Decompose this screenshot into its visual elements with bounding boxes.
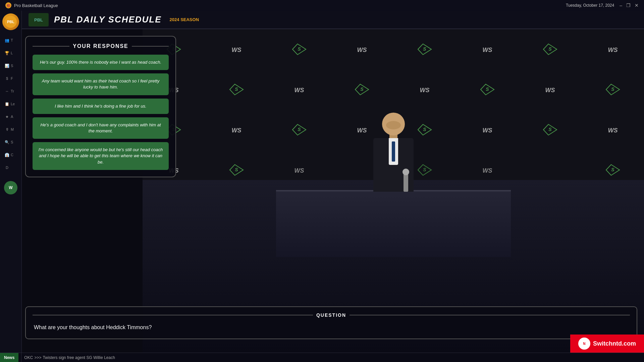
sidebar-label-trade: Tr — [11, 89, 14, 93]
backdrop-logo-8: WS — [581, 29, 644, 69]
backdrop-logo-5: S — [393, 29, 456, 69]
question-text: What are your thoughts about Heddick Tim… — [33, 322, 630, 333]
status-bar: News OKC >>> Twisters sign free agent SG… — [0, 353, 644, 362]
svg-text:WS: WS — [420, 87, 429, 94]
backdrop-logo-13: WS — [393, 69, 456, 110]
svg-text:S: S — [486, 86, 489, 92]
question-panel: QUESTION What are your thoughts about He… — [25, 306, 637, 339]
nintendo-badge: N Switchntd.com — [570, 335, 644, 353]
sidebar-label-league: L — [11, 51, 13, 55]
team-code: OKC — [24, 355, 33, 360]
restore-icon[interactable]: ❐ — [626, 3, 631, 8]
sidebar-label-media: M — [11, 127, 14, 131]
nintendo-n: N — [583, 342, 585, 346]
nintendo-brand: Switchntd.com — [593, 340, 636, 347]
svg-text:WS: WS — [294, 87, 304, 94]
title-bar-right: Tuesday, October 17, 2024 – ❐ ✕ — [566, 3, 639, 8]
backdrop-logo-14: S — [456, 69, 519, 110]
status-divider — [21, 353, 21, 362]
minimize-icon[interactable]: – — [620, 3, 622, 8]
news-label: News — [0, 353, 18, 362]
backdrop-logo-4: WS — [331, 29, 393, 69]
sidebar-item-search[interactable]: 🔍 S — [2, 136, 19, 148]
person-head — [382, 113, 405, 135]
microphone-head — [402, 169, 409, 175]
team-icon: 👥 — [5, 38, 9, 43]
response-option-5[interactable]: I'm concerned like anyone would be but h… — [33, 142, 169, 170]
sidebar-item-finance[interactable]: $ F — [2, 72, 19, 84]
backdrop-logo-15: WS — [519, 69, 581, 110]
media-icon: 🎙 — [5, 127, 9, 132]
tie — [392, 141, 395, 162]
sidebar-item-stats[interactable]: 📊 S — [2, 60, 19, 72]
title-bar: 🏀 Pro Basketball League Tuesday, October… — [0, 0, 644, 11]
sidebar-item-league2[interactable]: 📋 Le — [2, 98, 19, 110]
svg-text:WS: WS — [232, 47, 241, 53]
search-icon: 🔍 — [5, 140, 9, 144]
backdrop-logo-7: S — [519, 29, 581, 69]
svg-text:S: S — [548, 46, 552, 52]
close-icon[interactable]: ✕ — [635, 3, 639, 8]
sidebar-label-team: T — [11, 38, 13, 42]
league2-icon: 📋 — [5, 102, 9, 106]
league-icon: 🏆 — [5, 51, 9, 55]
response-option-4[interactable]: He's a good coach and I don't have any c… — [33, 117, 169, 139]
awards-icon: ★ — [5, 114, 9, 119]
conference-table — [276, 190, 511, 257]
svg-text:S: S — [423, 46, 426, 52]
sidebar-label-league2: Le — [11, 102, 15, 106]
sidebar-label-search: S — [11, 140, 13, 144]
news-ticker: Twisters sign free agent SG Willie Leach — [43, 355, 115, 360]
title-bar-left: 🏀 Pro Basketball League — [5, 2, 58, 8]
season-label: 2024 SEASON — [170, 17, 199, 22]
svg-text:S: S — [611, 86, 614, 92]
page-title: PBL DAILY SCHEDULE — [54, 14, 162, 25]
backdrop-logo-2: WS — [205, 29, 268, 69]
svg-text:WS: WS — [482, 47, 492, 53]
sidebar-item-media[interactable]: 🎙 M — [2, 123, 19, 135]
svg-text:PBL: PBL — [34, 17, 43, 22]
svg-text:WS: WS — [545, 87, 555, 94]
team-avatar[interactable]: W — [4, 181, 17, 194]
response-option-3[interactable]: I like him and I think he's doing a fine… — [33, 99, 169, 114]
separator: >>> — [34, 355, 41, 360]
response-option-1[interactable]: He's our guy. 100% there is nobody else … — [33, 55, 169, 70]
backdrop-logo-10: S — [205, 69, 268, 110]
finance-icon: $ — [5, 76, 9, 81]
response-panel-title: YOUR RESPONSE — [33, 43, 169, 49]
svg-text:S: S — [298, 46, 301, 52]
draft-icon: D — [5, 165, 9, 170]
app-title: Pro Basketball League — [14, 3, 58, 8]
face-detail — [386, 121, 401, 129]
sidebar: PBL 👥 T 🏆 L 📊 S $ F ↔ Tr 📋 Le ★ A 🎙 M 🔍 … — [0, 11, 22, 353]
sidebar-item-coaches[interactable]: 👔 C — [2, 149, 19, 161]
window-controls[interactable]: – ❐ ✕ — [620, 3, 639, 8]
nintendo-logo: N — [578, 338, 590, 350]
svg-text:S: S — [360, 86, 364, 92]
title-date: Tuesday, October 17, 2024 — [566, 3, 614, 8]
backdrop-logo-3: S — [268, 29, 331, 69]
response-option-2[interactable]: Any team would want him as their head co… — [33, 73, 169, 95]
sidebar-label-finance: F — [11, 76, 13, 80]
sidebar-label-stats: S — [11, 64, 13, 68]
coaches-icon: 👔 — [5, 153, 9, 157]
sidebar-item-league[interactable]: 🏆 L — [2, 47, 19, 59]
svg-text:WS: WS — [357, 47, 367, 53]
sidebar-item-draft[interactable]: D — [2, 162, 19, 174]
backdrop-logo-11: WS — [268, 69, 331, 110]
question-panel-title: QUESTION — [33, 312, 630, 318]
sidebar-logo: PBL — [2, 13, 19, 30]
sidebar-label-awards: A — [11, 115, 13, 119]
svg-text:S: S — [235, 86, 238, 92]
sidebar-label-coaches: C — [11, 153, 13, 157]
svg-text:WS: WS — [608, 47, 618, 53]
sidebar-item-awards[interactable]: ★ A — [2, 111, 19, 123]
trade-icon: ↔ — [5, 89, 9, 94]
backdrop-logo-16: S — [581, 69, 644, 110]
app-icon: 🏀 — [5, 2, 11, 8]
press-scene: S WS S WS S WS — [22, 29, 644, 353]
sidebar-item-team[interactable]: 👥 T — [2, 34, 19, 46]
sidebar-item-trade[interactable]: ↔ Tr — [2, 85, 19, 97]
response-panel: YOUR RESPONSE He's our guy. 100% there i… — [25, 36, 176, 177]
backdrop-logo-6: WS — [456, 29, 519, 69]
